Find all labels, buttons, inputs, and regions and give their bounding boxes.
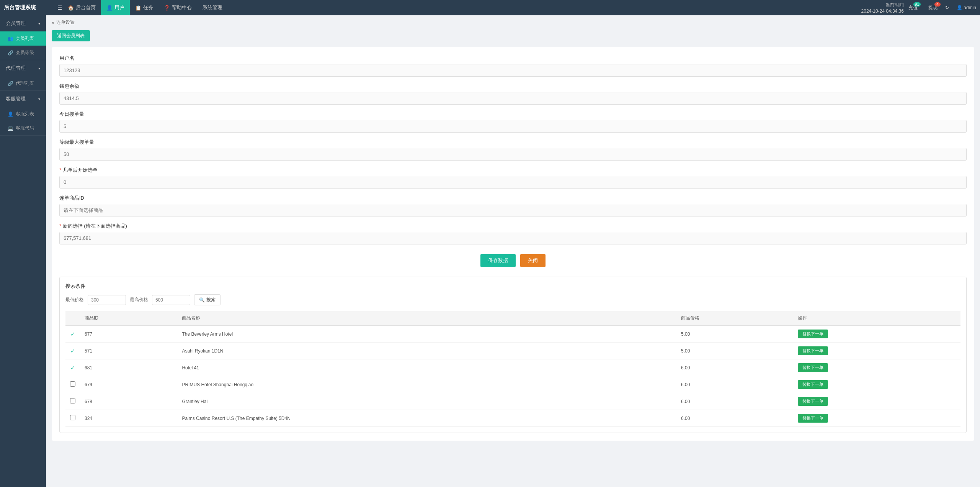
today-orders-label: 今日接单量 [59, 111, 967, 118]
task-icon: 📋 [135, 5, 141, 11]
sidebar-group-members: 会员管理 ▾ 👥 会员列表 🔗 会员等级 [0, 15, 46, 60]
nav-home-label: 后台首页 [76, 4, 96, 11]
row-product-price: 5.00 [676, 326, 793, 343]
chevron-down-icon-3: ▾ [38, 97, 40, 101]
nav-system[interactable]: 系统管理 [197, 0, 228, 15]
sidebar-group-service: 客服管理 ▾ 👤 客服列表 💻 客服代码 [0, 91, 46, 136]
new-selection-input[interactable] [59, 232, 967, 244]
max-price-input[interactable] [152, 295, 190, 305]
nav-help[interactable]: ❓ 帮助中心 [158, 0, 197, 15]
row-product-id: 571 [80, 343, 177, 359]
min-price-input[interactable] [88, 295, 126, 305]
replace-next-order-button[interactable]: 替换下一单 [798, 380, 828, 389]
row-product-id: 679 [80, 376, 177, 393]
service-code-icon: 💻 [8, 126, 13, 131]
sidebar-item-member-list[interactable]: 👥 会员列表 [0, 31, 46, 46]
chevron-down-icon: ▾ [38, 21, 40, 26]
max-orders-input[interactable] [59, 148, 967, 161]
checkmark-icon[interactable]: ✓ [70, 348, 75, 354]
help-icon: ❓ [164, 5, 170, 11]
service-list-icon: 👤 [8, 112, 13, 117]
row-action-cell: 替换下一单 [793, 410, 960, 427]
sidebar-group-agents-header[interactable]: 代理管理 ▾ [0, 60, 46, 76]
checkmark-icon[interactable]: ✓ [70, 331, 75, 337]
username-input[interactable] [59, 64, 967, 77]
sidebar-item-service-list[interactable]: 👤 客服列表 [0, 107, 46, 121]
col-product-price: 商品价格 [676, 311, 793, 326]
back-to-member-list-button[interactable]: 返回会员列表 [52, 30, 90, 41]
top-navigation: 后台管理系统 ☰ 🏠 后台首页 👤 用户 📋 任务 ❓ 帮助中心 系统管理 当前… [0, 0, 980, 15]
col-action: 操作 [793, 311, 960, 326]
start-after-input[interactable] [59, 176, 967, 189]
sidebar-group-agents: 代理管理 ▾ 🔗 代理列表 [0, 60, 46, 91]
col-product-name: 商品名称 [177, 311, 676, 326]
search-button[interactable]: 🔍 搜索 [194, 294, 220, 305]
main-content: » 连单设置 返回会员列表 用户名 钱包余额 今日接单量 等级最 [46, 15, 980, 487]
replace-next-order-button[interactable]: 替换下一单 [798, 414, 828, 423]
recharge-badge: 91 [913, 2, 921, 7]
home-icon: 🏠 [68, 5, 74, 11]
wallet-input[interactable] [59, 92, 967, 105]
products-table: 商品ID 商品名称 商品价格 操作 ✓677The Beverley Arms … [65, 311, 960, 427]
refresh-button[interactable]: ↻ [945, 5, 949, 10]
new-selection-label: 新的选择 (请在下面选择商品) [59, 223, 967, 230]
replace-next-order-button[interactable]: 替换下一单 [798, 363, 828, 372]
row-checkbox[interactable] [70, 381, 75, 387]
row-checkbox[interactable] [70, 398, 75, 403]
row-checkbox[interactable] [70, 415, 75, 420]
checkmark-icon[interactable]: ✓ [70, 365, 75, 371]
nav-system-label: 系统管理 [203, 4, 222, 11]
sidebar-item-service-code[interactable]: 💻 客服代码 [0, 121, 46, 135]
row-action-cell: 替换下一单 [793, 359, 960, 376]
form-field-username: 用户名 [59, 55, 967, 77]
withdraw-button[interactable]: 提现 4 [928, 5, 938, 11]
main-layout: 会员管理 ▾ 👥 会员列表 🔗 会员等级 代理管理 ▾ 🔗 代理列表 [0, 15, 980, 487]
top-right-area: 当前时间 2024-10-24 04:34:36 充值 91 提现 4 ↻ 👤 … [861, 2, 976, 14]
row-action-cell: 替换下一单 [793, 343, 960, 359]
sidebar-item-agent-list-label: 代理列表 [16, 80, 34, 87]
agent-list-icon: 🔗 [8, 81, 13, 86]
replace-next-order-button[interactable]: 替换下一单 [798, 346, 828, 355]
sidebar-item-service-list-label: 客服列表 [16, 111, 34, 117]
nav-users[interactable]: 👤 用户 [101, 0, 130, 15]
row-check-cell: ✓ [65, 359, 80, 376]
app-logo: 后台管理系统 [4, 4, 50, 11]
row-product-id: 681 [80, 359, 177, 376]
table-row: 678Grantley Hall6.00替换下一单 [65, 393, 960, 410]
sidebar-item-member-level[interactable]: 🔗 会员等级 [0, 46, 46, 60]
row-product-name: Hotel 41 [177, 359, 676, 376]
menu-icon[interactable]: ☰ [57, 5, 62, 11]
row-product-id: 678 [80, 393, 177, 410]
withdraw-badge: 4 [934, 2, 941, 7]
row-check-cell [65, 393, 80, 410]
save-button[interactable]: 保存数据 [480, 254, 516, 267]
form-field-max-orders: 等级最大接单量 [59, 139, 967, 161]
replace-next-order-button[interactable]: 替换下一单 [798, 330, 828, 338]
product-id-label: 连单商品ID [59, 195, 967, 202]
nav-home[interactable]: 🏠 后台首页 [62, 0, 101, 15]
close-button[interactable]: 关闭 [520, 254, 546, 267]
nav-tasks[interactable]: 📋 任务 [130, 0, 158, 15]
chevron-down-icon-2: ▾ [38, 66, 40, 71]
sidebar-group-members-label: 会员管理 [6, 20, 26, 27]
sidebar-group-service-label: 客服管理 [6, 95, 26, 102]
datetime-value: 2024-10-24 04:34:36 [861, 8, 904, 14]
row-product-id: 324 [80, 410, 177, 427]
form-field-today-orders: 今日接单量 [59, 111, 967, 133]
sidebar-item-agent-list[interactable]: 🔗 代理列表 [0, 76, 46, 90]
row-check-cell [65, 410, 80, 427]
product-id-input[interactable] [59, 204, 967, 216]
member-level-icon: 🔗 [8, 50, 13, 56]
replace-next-order-button[interactable]: 替换下一单 [798, 397, 828, 406]
sidebar-group-service-header[interactable]: 客服管理 ▾ [0, 91, 46, 107]
search-section: 搜索条件 最低价格 最高价格 🔍 搜索 商 [59, 277, 967, 433]
nav-items: 🏠 后台首页 👤 用户 📋 任务 ❓ 帮助中心 系统管理 [62, 0, 861, 15]
today-orders-input[interactable] [59, 120, 967, 133]
sidebar-group-members-header[interactable]: 会员管理 ▾ [0, 15, 46, 31]
recharge-button[interactable]: 充值 91 [908, 5, 918, 11]
row-action-cell: 替换下一单 [793, 393, 960, 410]
form-container: 用户名 钱包余额 今日接单量 等级最大接单量 几单后开始选单 [52, 47, 974, 441]
form-field-start-after: 几单后开始选单 [59, 167, 967, 189]
table-row: ✓677The Beverley Arms Hotel5.00替换下一单 [65, 326, 960, 343]
row-action-cell: 替换下一单 [793, 326, 960, 343]
